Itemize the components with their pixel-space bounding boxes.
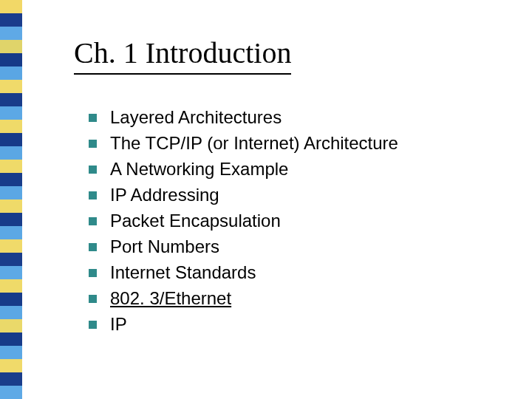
deco-segment: [0, 319, 22, 332]
list-item: Internet Standards: [89, 262, 502, 283]
square-bullet-icon: [89, 295, 97, 303]
list-item-text: Port Numbers: [110, 236, 219, 257]
square-bullet-icon: [89, 321, 97, 329]
list-item: Layered Architectures: [89, 107, 502, 128]
deco-segment: [0, 346, 22, 359]
slide: Ch. 1 Introduction Layered Architectures…: [0, 0, 532, 399]
deco-segment: [0, 239, 22, 253]
deco-segment: [0, 120, 22, 133]
list-item-text: The TCP/IP (or Internet) Architecture: [110, 133, 398, 154]
deco-segment: [0, 279, 22, 293]
deco-segment: [0, 133, 22, 146]
list-item: IP: [89, 314, 502, 335]
deco-segment: [0, 53, 22, 66]
deco-segment: [0, 293, 22, 306]
deco-segment: [0, 332, 22, 346]
list-item: Packet Encapsulation: [89, 211, 502, 231]
list-item-text: Layered Architectures: [110, 107, 282, 128]
deco-segment: [0, 27, 22, 40]
square-bullet-icon: [89, 217, 97, 225]
list-item-text: Internet Standards: [110, 262, 256, 283]
list-item: The TCP/IP (or Internet) Architecture: [89, 133, 502, 154]
list-item-text: IP Addressing: [110, 185, 219, 205]
square-bullet-icon: [89, 243, 97, 251]
square-bullet-icon: [89, 114, 97, 122]
deco-segment: [0, 372, 22, 386]
deco-segment: [0, 213, 22, 226]
deco-segment: [0, 200, 22, 213]
deco-segment: [0, 266, 22, 279]
deco-segment: [0, 186, 22, 200]
list-item: IP Addressing: [89, 185, 502, 205]
deco-segment: [0, 0, 22, 13]
list-item-text: Packet Encapsulation: [110, 211, 281, 231]
deco-segment: [0, 106, 22, 120]
deco-segment: [0, 40, 22, 53]
deco-segment: [0, 359, 22, 372]
deco-segment: [0, 226, 22, 239]
square-bullet-icon: [89, 140, 97, 148]
bullet-list: Layered ArchitecturesThe TCP/IP (or Inte…: [89, 107, 502, 340]
deco-segment: [0, 173, 22, 186]
deco-segment: [0, 80, 22, 93]
list-item: A Networking Example: [89, 159, 502, 180]
deco-segment: [0, 160, 22, 173]
deco-segment: [0, 93, 22, 106]
deco-segment: [0, 386, 22, 399]
list-item: Port Numbers: [89, 236, 502, 257]
square-bullet-icon: [89, 191, 97, 200]
slide-title: Ch. 1 Introduction: [74, 35, 291, 75]
side-decoration: [0, 0, 22, 399]
deco-segment: [0, 253, 22, 266]
list-item-text: 802. 3/Ethernet: [110, 288, 231, 309]
deco-segment: [0, 13, 22, 27]
square-bullet-icon: [89, 269, 97, 277]
deco-segment: [0, 306, 22, 319]
square-bullet-icon: [89, 166, 97, 174]
list-item-text: A Networking Example: [110, 159, 288, 180]
list-item-text: IP: [110, 314, 127, 335]
deco-segment: [0, 146, 22, 160]
deco-segment: [0, 66, 22, 80]
list-item: 802. 3/Ethernet: [89, 288, 502, 309]
